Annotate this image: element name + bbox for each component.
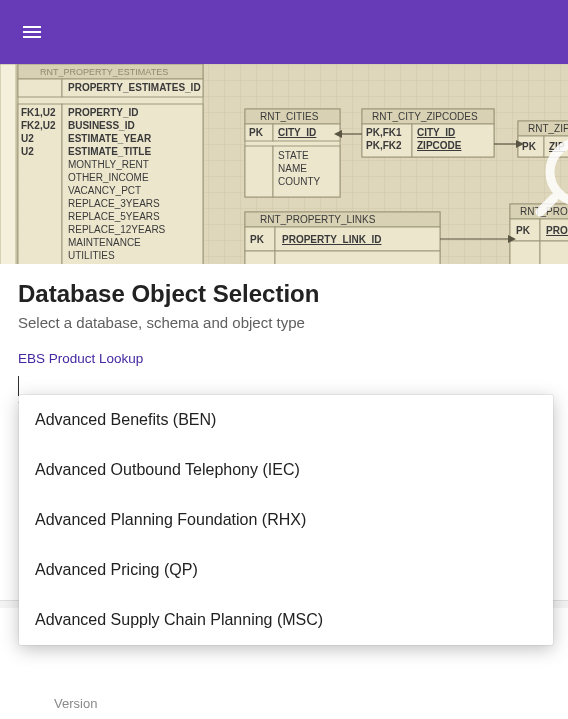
app-bar [0, 0, 568, 64]
dropdown-item[interactable]: Advanced Planning Foundation (RHX) [19, 495, 553, 545]
svg-text:FK2,U2: FK2,U2 [21, 120, 56, 131]
svg-text:ZIPCODE: ZIPCODE [417, 140, 462, 151]
table-rnt-city-zipcodes: RNT_CITY_ZIPCODES PK,FK1 CITY_ID PK,FK2 … [362, 109, 494, 157]
page-title: Database Object Selection [18, 280, 550, 308]
svg-text:VACANCY_PCT: VACANCY_PCT [68, 185, 141, 196]
svg-text:PROPERTY_ESTIMATES_ID: PROPERTY_ESTIMATES_ID [68, 82, 201, 93]
svg-text:REPLACE_3YEARS: REPLACE_3YEARS [68, 198, 160, 209]
table-rnt-cities: RNT_CITIES PK CITY_ID STATE NAME COUNTY [245, 109, 340, 197]
svg-text:PK,FK2: PK,FK2 [366, 140, 402, 151]
svg-text:ESTIMATE_TITLE: ESTIMATE_TITLE [68, 146, 151, 157]
svg-text:RNT_PROPERTY_LINKS: RNT_PROPERTY_LINKS [260, 214, 376, 225]
page-subtitle: Select a database, schema and object typ… [18, 314, 550, 331]
svg-text:FK1,U2: FK1,U2 [21, 107, 56, 118]
svg-text:PK: PK [522, 141, 537, 152]
svg-text:U2: U2 [21, 133, 34, 144]
svg-text:PK: PK [250, 234, 265, 245]
text-caret [18, 376, 19, 396]
ebs-lookup-link[interactable]: EBS Product Lookup [18, 351, 143, 366]
table-rnt-property-estimates: RNT_PROPERTY_ESTIMATES PROPERTY_ESTIMATE… [18, 64, 203, 264]
svg-rect-2 [0, 64, 16, 264]
svg-text:RNT_CITIES: RNT_CITIES [260, 111, 319, 122]
svg-text:MONTHLY_RENT: MONTHLY_RENT [68, 159, 149, 170]
svg-text:NAME: NAME [278, 163, 307, 174]
svg-text:PROPERTY_LINK_ID: PROPERTY_LINK_ID [282, 234, 381, 245]
svg-rect-61 [245, 251, 275, 264]
table-rnt-property-links: RNT_PROPERTY_LINKS PK PROPERTY_LINK_ID [245, 212, 440, 264]
svg-text:PK: PK [516, 225, 531, 236]
dropdown-item[interactable]: Advanced Pricing (QP) [19, 545, 553, 595]
svg-text:REPLACE_12YEARS: REPLACE_12YEARS [68, 224, 166, 235]
svg-text:PROPERTY_ID: PROPERTY_ID [68, 107, 139, 118]
svg-rect-5 [18, 79, 62, 97]
schema-diagram-hero: RNT_PROPERTY_ESTIMATES PROPERTY_ESTIMATE… [0, 64, 568, 264]
svg-text:PK: PK [249, 127, 264, 138]
svg-text:STATE: STATE [278, 150, 309, 161]
menu-button[interactable] [8, 8, 56, 56]
svg-rect-70 [510, 241, 540, 264]
hamburger-icon [20, 20, 44, 44]
svg-text:UTILITIES: UTILITIES [68, 250, 115, 261]
autocomplete-dropdown[interactable]: Advanced Benefits (BEN) Advanced Outboun… [19, 395, 553, 645]
dropdown-item[interactable]: Advanced Benefits (BEN) [19, 395, 553, 445]
svg-rect-71 [540, 241, 568, 264]
svg-text:MAINTENANCE: MAINTENANCE [68, 237, 141, 248]
svg-text:REPLACE_5YEARS: REPLACE_5YEARS [68, 211, 160, 222]
svg-text:PROPER: PROPER [546, 225, 568, 236]
svg-text:RNT_ZIP: RNT_ZIP [528, 123, 568, 134]
svg-text:OTHER_INCOME: OTHER_INCOME [68, 172, 149, 183]
svg-rect-62 [275, 251, 440, 264]
svg-text:PK,FK1: PK,FK1 [366, 127, 402, 138]
svg-text:RNT_CITY_ZIPCODES: RNT_CITY_ZIPCODES [372, 111, 478, 122]
table-title: RNT_PROPERTY_ESTIMATES [40, 67, 168, 77]
dropdown-item[interactable]: Advanced Supply Chain Planning (MSC) [19, 595, 553, 645]
svg-text:CITY_ID: CITY_ID [278, 127, 316, 138]
svg-text:U2: U2 [21, 146, 34, 157]
svg-text:BUSINESS_ID: BUSINESS_ID [68, 120, 135, 131]
er-diagram: RNT_PROPERTY_ESTIMATES PROPERTY_ESTIMATE… [0, 64, 568, 264]
svg-text:COUNTY: COUNTY [278, 176, 321, 187]
version-label: Version [54, 696, 97, 711]
svg-text:ESTIMATE_YEAR: ESTIMATE_YEAR [68, 133, 152, 144]
dropdown-item[interactable]: Advanced Outbound Telephony (IEC) [19, 445, 553, 495]
svg-rect-33 [245, 146, 273, 197]
selection-card: Database Object Selection Select a datab… [0, 264, 568, 411]
svg-text:CITY_ID: CITY_ID [417, 127, 455, 138]
